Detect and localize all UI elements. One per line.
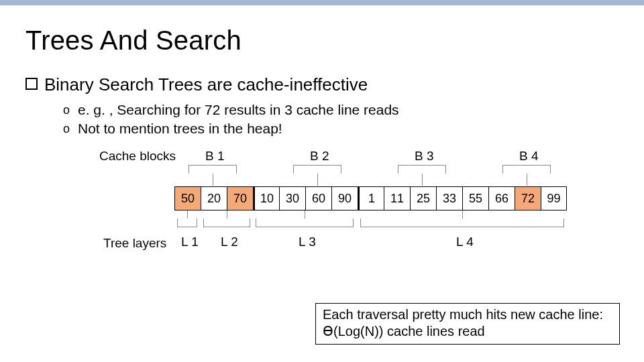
array-cell: 50 xyxy=(174,186,201,210)
array-cell: 60 xyxy=(305,186,331,210)
block-label-b1: B 1 xyxy=(205,149,225,164)
bracket-stem-icon xyxy=(462,210,463,219)
bracket-stem-icon xyxy=(187,210,188,219)
cache-diagram: Cache blocks Tree layers B 1 B 2 B 3 B 4… xyxy=(99,149,596,256)
bracket-icon xyxy=(177,219,197,227)
bracket-stem-icon xyxy=(305,210,305,219)
block-label-b4: B 4 xyxy=(519,149,539,164)
sub-bullet-text: e. g. , Searching for 72 results in 3 ca… xyxy=(78,102,399,118)
tree-layers-label: Tree layers xyxy=(103,236,166,251)
array-cell: 20 xyxy=(201,186,227,210)
sub-bullet-text: Not to mention trees in the heap! xyxy=(78,121,282,137)
array-cell: 30 xyxy=(279,186,305,210)
slide-body: Trees And Search Binary Search Trees are… xyxy=(0,25,644,256)
bracket-icon xyxy=(502,165,551,174)
bracket-icon xyxy=(398,165,446,174)
layer-label-l2: L 2 xyxy=(221,235,238,249)
layer-label-l3: L 3 xyxy=(299,235,316,249)
sub-bullet-list: o e. g. , Searching for 72 results in 3 … xyxy=(62,102,619,137)
bracket-icon xyxy=(203,219,250,227)
note-line-1: Each traversal pretty much hits new cach… xyxy=(323,306,612,323)
bracket-icon xyxy=(293,165,341,174)
array-cell: 72 xyxy=(515,186,541,210)
sub-bullet-item: o e. g. , Searching for 72 results in 3 … xyxy=(62,102,619,118)
note-box: Each traversal pretty much hits new cach… xyxy=(315,303,620,345)
sub-bullet-item: o Not to mention trees in the heap! xyxy=(62,121,619,137)
page-title: Trees And Search xyxy=(25,25,619,56)
array-cell: 99 xyxy=(541,186,567,210)
bullet-item: Binary Search Trees are cache-ineffectiv… xyxy=(25,74,619,95)
bullet-text: Binary Search Trees are cache-ineffectiv… xyxy=(44,74,368,95)
cache-blocks-label: Cache blocks xyxy=(99,149,176,164)
array-cell: 55 xyxy=(462,186,488,210)
array-cell: 33 xyxy=(436,186,462,210)
layer-label-l1: L 1 xyxy=(181,235,199,249)
array-cell: 25 xyxy=(410,186,436,210)
bracket-stem-icon xyxy=(317,174,318,186)
array-cell: 11 xyxy=(384,186,410,210)
block-label-b3: B 3 xyxy=(415,149,434,164)
accent-bar xyxy=(0,0,644,5)
array-cell: 90 xyxy=(331,186,358,210)
array-cells: 50207010306090111253355667299 xyxy=(174,186,567,210)
bracket-icon xyxy=(189,165,237,174)
array-cell: 70 xyxy=(227,186,253,210)
array-cell: 1 xyxy=(358,186,384,210)
array-cell: 66 xyxy=(488,186,515,210)
bracket-stem-icon xyxy=(527,174,527,186)
block-label-b2: B 2 xyxy=(310,149,329,164)
bracket-icon xyxy=(360,219,564,227)
bracket-icon xyxy=(256,219,354,227)
layer-label-l4: L 4 xyxy=(456,235,474,249)
bracket-stem-icon xyxy=(213,174,213,186)
note-line-2: Ɵ(Log(N)) cache lines read xyxy=(323,323,612,340)
bracket-stem-icon xyxy=(227,210,227,219)
circle-bullet-icon: o xyxy=(62,102,71,118)
array-cell: 10 xyxy=(253,186,279,210)
bracket-stem-icon xyxy=(422,174,423,186)
square-bullet-icon xyxy=(25,78,38,90)
circle-bullet-icon: o xyxy=(62,121,71,137)
